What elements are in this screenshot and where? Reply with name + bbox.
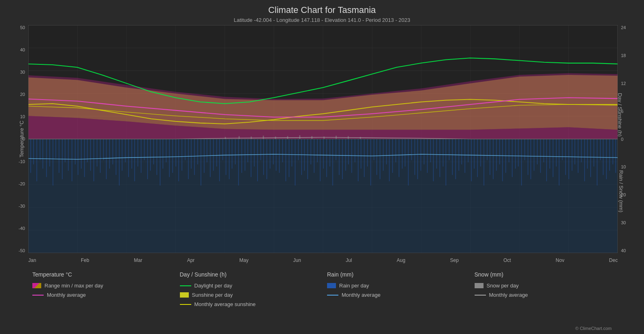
chart-subtitle: Latitude -42.004 - Longitude 147.118 - E… <box>0 17 644 23</box>
svg-rect-185 <box>402 139 403 169</box>
copyright: © ClimeChart.com <box>575 326 612 331</box>
legend-item-temp-range: Range min / max per day <box>32 283 172 289</box>
svg-rect-209 <box>477 139 478 177</box>
x-label-jul: Jul <box>346 257 352 263</box>
swatch-sunshine <box>180 292 189 298</box>
x-label-jun: Jun <box>293 257 301 263</box>
y-right-12: 12 <box>621 81 626 86</box>
x-label-jan: Jan <box>28 257 36 263</box>
svg-rect-205 <box>465 139 465 173</box>
svg-rect-112 <box>172 139 173 173</box>
svg-rect-96 <box>122 139 122 171</box>
svg-rect-88 <box>97 139 97 167</box>
y-right-18: 18 <box>621 53 626 58</box>
svg-rect-244 <box>587 139 588 169</box>
svg-rect-105 <box>150 139 151 171</box>
svg-rect-114 <box>178 139 179 181</box>
svg-rect-260 <box>263 136 264 139</box>
svg-rect-123 <box>207 139 207 162</box>
svg-rect-229 <box>540 139 541 173</box>
svg-rect-131 <box>232 139 232 169</box>
svg-rect-201 <box>452 139 453 175</box>
y-right-0: 0 <box>621 137 623 142</box>
svg-rect-175 <box>370 139 371 186</box>
legend-label-temp-avg: Monthly average <box>47 292 86 298</box>
svg-rect-132 <box>235 139 236 165</box>
y-left-30: 30 <box>20 70 25 74</box>
svg-rect-87 <box>93 139 94 181</box>
svg-rect-161 <box>326 139 327 177</box>
line-daylight <box>180 285 191 286</box>
chart-title: Climate Chart for Tasmania <box>0 0 644 15</box>
svg-rect-69 <box>36 139 37 181</box>
legend-title-sunshine: Day / Sunshine (h) <box>180 271 319 278</box>
svg-rect-180 <box>386 139 387 165</box>
legend-col-sunshine: Day / Sunshine (h) Daylight per day Suns… <box>176 267 323 332</box>
svg-rect-250 <box>606 139 607 179</box>
y-left-0: 0 <box>23 136 25 141</box>
svg-rect-177 <box>376 139 377 175</box>
svg-rect-212 <box>487 139 488 160</box>
x-label-dec: Dec <box>609 257 618 263</box>
svg-rect-235 <box>559 139 560 186</box>
svg-rect-125 <box>213 139 214 171</box>
svg-rect-200 <box>449 139 450 160</box>
svg-rect-134 <box>241 139 242 173</box>
y-axis-left: 50 40 30 20 10 0 -10 -20 -30 -40 -50 <box>0 25 27 253</box>
svg-rect-179 <box>383 139 384 171</box>
svg-rect-147 <box>282 139 283 162</box>
svg-rect-146 <box>279 139 280 173</box>
svg-rect-187 <box>408 139 409 186</box>
legend-title-rain: Rain (mm) <box>327 271 467 278</box>
svg-rect-231 <box>546 139 547 181</box>
svg-rect-167 <box>345 139 346 171</box>
svg-rect-133 <box>238 139 239 186</box>
svg-rect-148 <box>285 139 286 181</box>
legend-item-sunshine-per-day: Sunshine per day <box>180 292 319 298</box>
svg-rect-110 <box>166 139 167 162</box>
svg-rect-204 <box>461 139 462 165</box>
y-left--30: -30 <box>19 204 25 208</box>
legend-col-temperature: Temperature °C Range min / max per day M… <box>28 267 176 332</box>
svg-rect-184 <box>399 139 399 177</box>
svg-rect-225 <box>528 139 528 175</box>
svg-rect-139 <box>257 139 258 181</box>
svg-rect-246 <box>593 139 594 167</box>
svg-rect-166 <box>342 139 343 179</box>
svg-rect-150 <box>291 139 292 167</box>
svg-rect-191 <box>420 139 421 171</box>
svg-rect-119 <box>194 139 195 175</box>
svg-rect-115 <box>182 139 182 171</box>
svg-rect-99 <box>131 139 132 169</box>
svg-rect-109 <box>163 139 163 169</box>
y-left--50: -50 <box>19 248 25 253</box>
svg-rect-121 <box>201 139 201 186</box>
y-left--10: -10 <box>19 159 25 164</box>
svg-rect-89 <box>100 139 101 173</box>
svg-rect-206 <box>468 139 469 162</box>
svg-rect-159 <box>320 139 321 181</box>
legend-label-snow-avg: Monthly average <box>489 292 528 298</box>
svg-rect-152 <box>298 139 299 160</box>
svg-rect-100 <box>134 139 135 181</box>
svg-rect-186 <box>405 139 405 167</box>
svg-rect-129 <box>226 139 226 175</box>
svg-rect-171 <box>358 139 359 181</box>
legend-item-rain-avg: Monthly average <box>327 292 467 298</box>
line-snow-avg <box>475 295 486 296</box>
svg-rect-70 <box>40 139 40 160</box>
legend-title-snow: Snow (mm) <box>475 271 614 278</box>
svg-rect-75 <box>55 139 56 158</box>
svg-rect-173 <box>364 139 365 177</box>
legend-item-sunshine-avg: Monthly average sunshine <box>180 301 319 307</box>
legend-item-rain-per-day: Rain per day <box>327 283 467 289</box>
svg-rect-145 <box>276 139 277 171</box>
svg-rect-80 <box>72 139 72 181</box>
svg-rect-93 <box>112 139 113 165</box>
svg-rect-83 <box>81 139 82 169</box>
svg-rect-221 <box>515 139 516 169</box>
svg-rect-68 <box>33 139 34 165</box>
svg-rect-92 <box>109 139 110 169</box>
svg-rect-226 <box>530 139 531 179</box>
legend-label-temp-range: Range min / max per day <box>44 283 103 289</box>
